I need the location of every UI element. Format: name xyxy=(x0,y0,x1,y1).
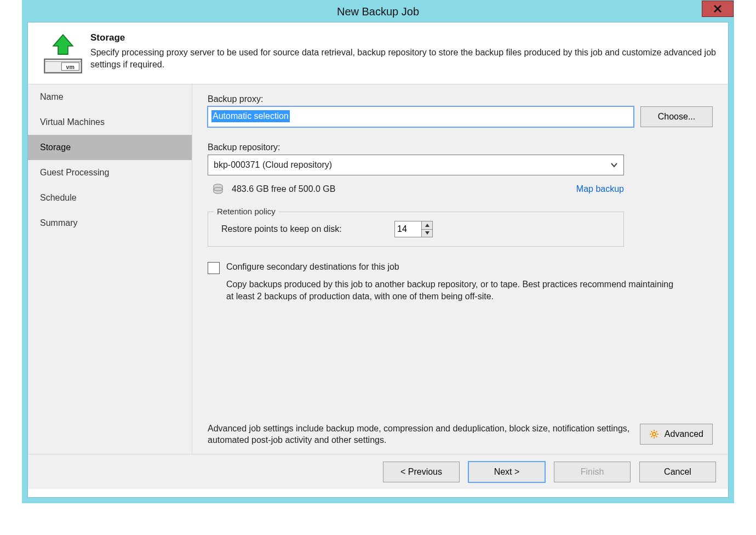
retention-policy-group: Retention policy Restore points to keep … xyxy=(208,212,624,247)
svg-line-18 xyxy=(651,436,652,437)
restore-points-label: Restore points to keep on disk: xyxy=(221,224,342,234)
title-bar: New Backup Job xyxy=(22,1,734,22)
close-button[interactable] xyxy=(702,1,734,17)
backup-repository-select[interactable]: bkp-000371 (Cloud repository) xyxy=(208,155,624,175)
restore-points-input[interactable] xyxy=(395,221,421,237)
page-header: vm Storage Specify processing proxy serv… xyxy=(28,22,728,84)
gear-icon xyxy=(649,429,659,439)
svg-point-11 xyxy=(652,432,656,436)
backup-repository-value: bkp-000371 (Cloud repository) xyxy=(214,160,332,170)
wizard-footer: < Previous Next > Finish Cancel xyxy=(28,454,728,489)
map-backup-link[interactable]: Map backup xyxy=(576,184,624,194)
retention-policy-legend: Retention policy xyxy=(214,207,279,216)
restore-points-stepper[interactable] xyxy=(394,221,433,237)
backup-repository-label: Backup repository: xyxy=(208,143,713,152)
svg-line-19 xyxy=(656,431,657,432)
close-icon xyxy=(714,5,721,13)
sidebar-step-storage[interactable]: Storage xyxy=(28,135,192,160)
sidebar-step-name[interactable]: Name xyxy=(28,84,192,110)
caret-up-icon xyxy=(425,224,429,227)
previous-button[interactable]: < Previous xyxy=(383,462,460,482)
page-description: Specify processing proxy server to be us… xyxy=(90,47,720,70)
svg-marker-9 xyxy=(425,224,429,227)
caret-down-icon xyxy=(425,231,429,235)
next-button[interactable]: Next > xyxy=(468,462,545,482)
sidebar-step-guest-processing[interactable]: Guest Processing xyxy=(28,160,192,185)
backup-storage-icon: vm xyxy=(38,32,88,76)
advanced-button[interactable]: Advanced xyxy=(640,424,713,445)
secondary-destinations-checkbox[interactable] xyxy=(208,262,220,274)
columns: Name Virtual Machines Storage Guest Proc… xyxy=(28,84,728,454)
secondary-destinations-hint: Copy backups produced by this job to ano… xyxy=(226,278,681,303)
page-title: Storage xyxy=(90,32,720,43)
finish-button: Finish xyxy=(554,462,631,482)
svg-marker-10 xyxy=(425,231,429,235)
sidebar-step-schedule[interactable]: Schedule xyxy=(28,185,192,210)
svg-marker-6 xyxy=(53,35,73,54)
cancel-button[interactable]: Cancel xyxy=(639,462,716,482)
backup-proxy-value: Automatic selection xyxy=(211,110,290,122)
dialog-body: vm Storage Specify processing proxy serv… xyxy=(28,22,728,497)
svg-line-17 xyxy=(656,436,657,437)
window-title: New Backup Job xyxy=(337,5,419,18)
main-panel: Backup proxy: Automatic selection Choose… xyxy=(192,84,728,454)
sidebar-step-virtual-machines[interactable]: Virtual Machines xyxy=(28,110,192,135)
advanced-description: Advanced job settings include backup mod… xyxy=(208,423,631,446)
wizard-sidebar: Name Virtual Machines Storage Guest Proc… xyxy=(28,84,192,454)
backup-proxy-input[interactable]: Automatic selection xyxy=(208,106,634,127)
chevron-down-icon xyxy=(610,161,618,169)
choose-proxy-button[interactable]: Choose... xyxy=(640,106,713,127)
sidebar-step-summary[interactable]: Summary xyxy=(28,210,192,236)
spinner-down-button[interactable] xyxy=(422,229,432,237)
spinner-up-button[interactable] xyxy=(422,221,432,229)
dialog-window: New Backup Job vm xyxy=(22,0,734,503)
advanced-button-label: Advanced xyxy=(665,429,703,439)
svg-text:vm: vm xyxy=(66,64,75,70)
secondary-destinations-label: Configure secondary destinations for thi… xyxy=(226,262,399,272)
header-icon-slot: vm xyxy=(36,32,90,76)
repository-size-text: 483.6 GB free of 500.0 GB xyxy=(232,184,335,194)
backup-proxy-label: Backup proxy: xyxy=(208,94,713,104)
svg-line-16 xyxy=(651,431,652,432)
database-icon xyxy=(212,183,224,195)
